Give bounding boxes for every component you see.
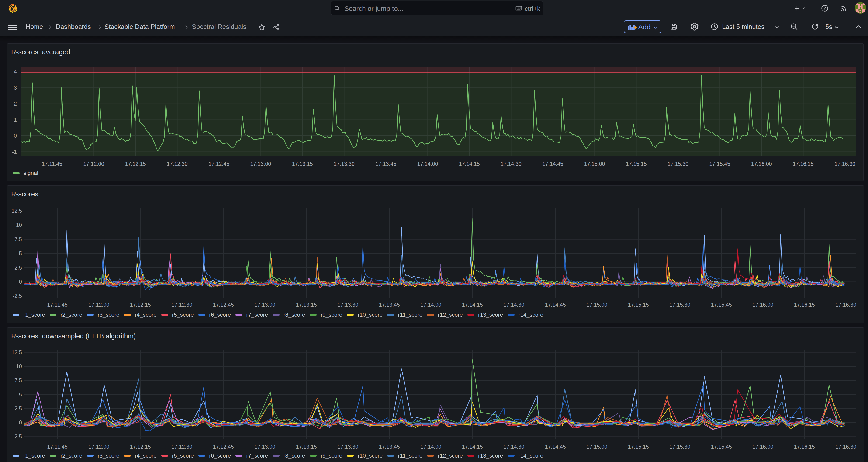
svg-text:17:12:30: 17:12:30 <box>172 302 192 308</box>
svg-text:7.5: 7.5 <box>14 236 22 242</box>
svg-text:17:15:15: 17:15:15 <box>628 302 649 308</box>
svg-text:17:13:00: 17:13:00 <box>254 302 275 308</box>
svg-text:17:16:30: 17:16:30 <box>834 161 856 167</box>
svg-text:17:14:00: 17:14:00 <box>417 161 438 167</box>
svg-text:17:12:45: 17:12:45 <box>209 161 229 167</box>
svg-text:0: 0 <box>14 133 17 139</box>
svg-text:17:12:45: 17:12:45 <box>213 302 234 308</box>
svg-text:17:14:30: 17:14:30 <box>501 161 522 167</box>
svg-text:10: 10 <box>16 222 22 228</box>
svg-text:10: 10 <box>16 363 22 369</box>
svg-text:17:16:00: 17:16:00 <box>751 161 772 167</box>
svg-text:17:15:30: 17:15:30 <box>668 161 688 167</box>
svg-text:17:15:00: 17:15:00 <box>584 161 605 167</box>
svg-text:2.5: 2.5 <box>14 265 22 271</box>
svg-text:-2.5: -2.5 <box>12 293 22 299</box>
svg-text:7.5: 7.5 <box>14 377 22 383</box>
svg-text:0: 0 <box>19 420 22 426</box>
svg-text:17:15:30: 17:15:30 <box>669 302 690 308</box>
svg-text:17:14:00: 17:14:00 <box>421 444 441 450</box>
svg-text:17:14:00: 17:14:00 <box>421 302 441 308</box>
svg-text:17:13:00: 17:13:00 <box>254 444 275 450</box>
svg-text:0: 0 <box>19 279 22 285</box>
svg-text:17:16:30: 17:16:30 <box>835 444 856 450</box>
svg-text:17:13:30: 17:13:30 <box>337 444 358 450</box>
svg-text:17:14:15: 17:14:15 <box>462 444 483 450</box>
svg-text:17:12:45: 17:12:45 <box>213 444 234 450</box>
svg-text:17:14:45: 17:14:45 <box>542 161 563 167</box>
svg-text:17:16:15: 17:16:15 <box>793 161 814 167</box>
svg-text:17:12:30: 17:12:30 <box>167 161 188 167</box>
svg-text:5: 5 <box>19 250 22 256</box>
svg-text:17:15:45: 17:15:45 <box>711 302 732 308</box>
svg-text:17:12:00: 17:12:00 <box>83 161 104 167</box>
svg-text:17:15:00: 17:15:00 <box>586 444 607 450</box>
svg-text:17:16:15: 17:16:15 <box>794 302 815 308</box>
svg-text:17:14:30: 17:14:30 <box>503 302 524 308</box>
svg-text:17:16:30: 17:16:30 <box>835 302 856 308</box>
svg-text:17:12:00: 17:12:00 <box>88 444 110 450</box>
svg-text:17:14:45: 17:14:45 <box>545 302 566 308</box>
svg-text:17:13:15: 17:13:15 <box>292 161 313 167</box>
svg-text:2.5: 2.5 <box>14 406 22 412</box>
svg-text:17:13:15: 17:13:15 <box>296 444 317 450</box>
svg-text:12.5: 12.5 <box>11 349 22 356</box>
svg-text:17:15:15: 17:15:15 <box>626 161 647 167</box>
svg-text:17:16:00: 17:16:00 <box>752 444 773 450</box>
svg-text:17:14:30: 17:14:30 <box>503 444 524 450</box>
svg-text:-2.5: -2.5 <box>12 434 22 440</box>
svg-text:17:13:45: 17:13:45 <box>379 302 400 308</box>
svg-text:17:15:00: 17:15:00 <box>586 302 607 308</box>
svg-text:3: 3 <box>14 85 17 91</box>
svg-text:1: 1 <box>14 117 17 123</box>
svg-text:17:13:45: 17:13:45 <box>379 444 400 450</box>
svg-text:17:15:45: 17:15:45 <box>711 444 732 450</box>
svg-text:17:11:45: 17:11:45 <box>42 161 62 167</box>
svg-text:17:13:15: 17:13:15 <box>296 302 317 308</box>
svg-text:17:15:45: 17:15:45 <box>709 161 730 167</box>
svg-text:17:13:45: 17:13:45 <box>375 161 396 167</box>
svg-text:17:14:45: 17:14:45 <box>545 444 566 450</box>
svg-text:17:13:30: 17:13:30 <box>334 161 354 167</box>
svg-text:17:14:15: 17:14:15 <box>462 302 483 308</box>
svg-text:2: 2 <box>14 101 17 107</box>
svg-text:17:13:00: 17:13:00 <box>250 161 271 167</box>
svg-text:17:11:45: 17:11:45 <box>47 444 68 450</box>
svg-text:17:11:45: 17:11:45 <box>47 302 68 308</box>
svg-text:17:16:00: 17:16:00 <box>752 302 773 308</box>
svg-text:17:15:30: 17:15:30 <box>669 444 690 450</box>
svg-text:-1: -1 <box>12 149 17 155</box>
svg-text:17:13:30: 17:13:30 <box>337 302 358 308</box>
svg-text:17:15:15: 17:15:15 <box>628 444 649 450</box>
svg-text:17:12:15: 17:12:15 <box>130 444 151 450</box>
svg-text:17:14:15: 17:14:15 <box>459 161 480 167</box>
svg-text:17:12:00: 17:12:00 <box>88 302 110 308</box>
svg-text:12.5: 12.5 <box>11 208 22 214</box>
svg-text:17:12:30: 17:12:30 <box>172 444 192 450</box>
svg-text:17:16:15: 17:16:15 <box>794 444 815 450</box>
svg-text:4: 4 <box>14 69 17 75</box>
svg-text:17:12:15: 17:12:15 <box>125 161 146 167</box>
svg-text:5: 5 <box>19 392 22 398</box>
svg-text:17:12:15: 17:12:15 <box>130 302 151 308</box>
